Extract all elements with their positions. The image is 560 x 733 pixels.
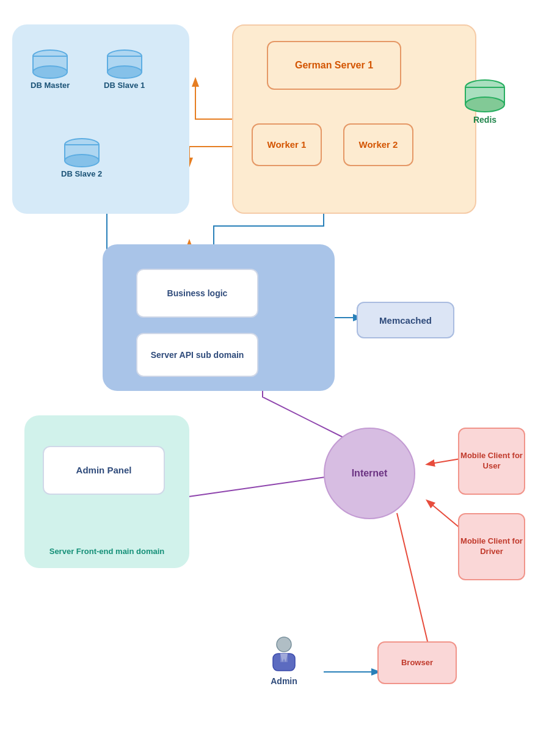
svg-point-12: [277, 637, 291, 652]
svg-point-5: [107, 66, 142, 78]
svg-point-11: [465, 97, 504, 112]
svg-point-8: [65, 155, 99, 167]
db-group: DB Master DB Slave 1 DB Slave 2: [12, 24, 189, 214]
worker1: Worker 1: [252, 123, 322, 166]
business-logic: Business logic: [136, 269, 258, 318]
db-slave1: DB Slave 1: [104, 49, 145, 90]
server-group: Business logic Server API sub domain: [103, 244, 335, 391]
server-api: Server API sub domain: [136, 333, 258, 377]
server-frontend-label: Server Front-end main domain: [24, 547, 189, 556]
worker2: Worker 2: [343, 123, 413, 166]
browser: Browser: [377, 641, 457, 684]
mobile-client-user: Mobile Client for User: [458, 428, 525, 495]
memcached: Memcached: [357, 302, 454, 338]
redis: Redis: [464, 79, 506, 125]
admin-panel: Admin Panel: [43, 446, 165, 495]
mobile-client-driver: Mobile Client for Driver: [458, 513, 525, 580]
admin-figure: Admin: [266, 635, 302, 686]
german-server1: German Server 1: [267, 41, 401, 90]
german-server-group: German Server 1 Worker 1 Worker 2: [232, 24, 476, 214]
diagram-container: DB Master DB Slave 1 DB Slave 2 German S…: [0, 0, 560, 733]
db-slave2: DB Slave 2: [61, 137, 102, 178]
db-master: DB Master: [31, 49, 70, 90]
svg-point-2: [33, 66, 67, 78]
internet: Internet: [324, 428, 415, 519]
frontend-group: Admin Panel Server Front-end main domain: [24, 415, 189, 568]
